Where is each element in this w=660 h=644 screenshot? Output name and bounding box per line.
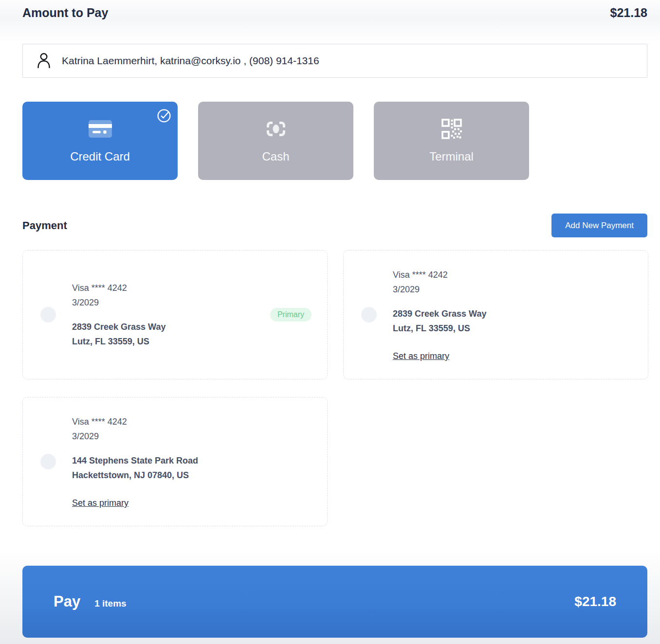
payment-section-header: Payment Add New Payment — [22, 214, 647, 237]
pay-button[interactable]: Pay 1 items $21.18 — [22, 566, 647, 638]
primary-badge: Primary — [270, 308, 312, 322]
check-circle-icon — [157, 108, 171, 123]
customer-text: Katrina Laemmerhirt, katrina@corksy.io ,… — [62, 55, 319, 67]
card-expiry: 3/2029 — [72, 429, 198, 444]
payment-methods: Credit Card Cash — [22, 102, 647, 180]
header: Amount to Pay $21.18 — [0, 0, 660, 26]
method-terminal[interactable]: Terminal — [374, 102, 529, 180]
add-new-payment-button[interactable]: Add New Payment — [551, 214, 647, 237]
cash-icon — [266, 119, 286, 139]
pay-items-count: 1 items — [94, 598, 126, 609]
saved-card[interactable]: Visa **** 4242 3/2029 144 Stephens State… — [22, 397, 328, 526]
card-address-line1: 2839 Creek Grass Way — [393, 306, 486, 321]
card-number: Visa **** 4242 — [393, 268, 486, 282]
qr-code-icon — [441, 119, 462, 139]
saved-card[interactable]: Visa **** 4242 3/2029 2839 Creek Grass W… — [343, 250, 648, 379]
payment-section-title: Payment — [22, 219, 67, 232]
card-address-line2: Hackettstown, NJ 07840, US — [72, 468, 198, 483]
card-expiry: 3/2029 — [393, 282, 486, 297]
card-address-line1: 2839 Creek Grass Way — [72, 320, 165, 334]
person-icon — [35, 51, 53, 71]
method-label-terminal: Terminal — [429, 150, 474, 163]
card-details: Visa **** 4242 3/2029 144 Stephens State… — [72, 414, 198, 509]
header-amount: $21.18 — [610, 6, 647, 20]
card-number: Visa **** 4242 — [72, 414, 198, 429]
card-details: Visa **** 4242 3/2029 2839 Creek Grass W… — [393, 268, 486, 362]
method-credit-card[interactable]: Credit Card — [22, 102, 178, 180]
pay-amount: $21.18 — [574, 594, 616, 609]
card-number: Visa **** 4242 — [72, 281, 165, 295]
card-radio[interactable] — [361, 307, 377, 322]
card-expiry: 3/2029 — [72, 295, 165, 310]
saved-card-primary[interactable]: Visa **** 4242 3/2029 2839 Creek Grass W… — [22, 250, 328, 379]
saved-cards-grid: Visa **** 4242 3/2029 2839 Creek Grass W… — [22, 250, 647, 526]
checkout-page: Amount to Pay $21.18 Katrina Laemmerhirt… — [0, 0, 660, 644]
method-label-credit-card: Credit Card — [70, 150, 130, 163]
set-as-primary-link[interactable]: Set as primary — [393, 350, 449, 362]
card-address-line2: Lutz, FL 33559, US — [393, 321, 486, 336]
credit-card-icon — [89, 119, 112, 139]
card-radio[interactable] — [40, 454, 56, 469]
card-radio[interactable] — [40, 307, 56, 322]
card-address-line2: Lutz, FL 33559, US — [72, 334, 165, 349]
set-as-primary-link[interactable]: Set as primary — [72, 497, 128, 509]
card-details: Visa **** 4242 3/2029 2839 Creek Grass W… — [72, 281, 165, 349]
pay-label: Pay — [54, 593, 80, 610]
pay-button-left: Pay 1 items — [54, 593, 127, 610]
method-cash[interactable]: Cash — [198, 102, 353, 180]
method-label-cash: Cash — [262, 150, 289, 163]
customer-input[interactable]: Katrina Laemmerhirt, katrina@corksy.io ,… — [22, 44, 647, 78]
page-title: Amount to Pay — [22, 6, 108, 20]
card-address-line1: 144 Stephens State Park Road — [72, 453, 198, 468]
